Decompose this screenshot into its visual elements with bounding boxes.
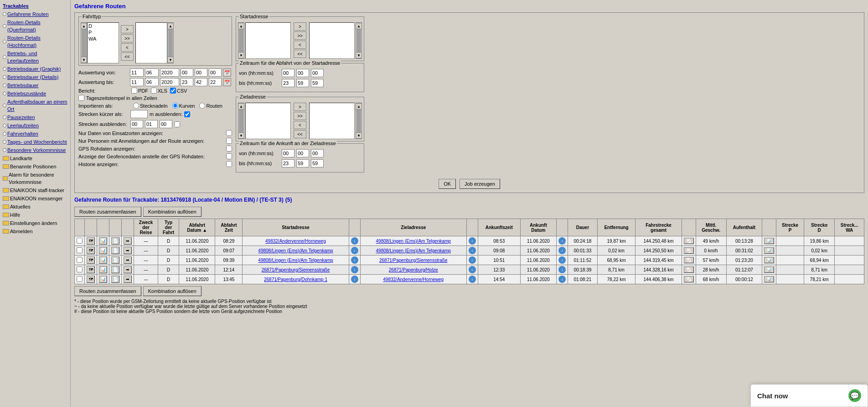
nav-icon-cell[interactable]: ➡ [122, 246, 134, 256]
ziel-info-icon-btn[interactable]: i [469, 237, 476, 245]
start-info-icon[interactable]: i [349, 256, 360, 265]
nav-icon-btn[interactable]: ➡ [124, 256, 132, 264]
zieladresse-right-list[interactable] [309, 103, 355, 139]
transfer-left-btn[interactable]: < [121, 43, 134, 52]
strecke-p-icon-btn[interactable]: 📊 [764, 247, 774, 254]
sidebar-item-hilfe[interactable]: Hilfe [1, 211, 69, 219]
sidebar-item-tages-wochenbericht[interactable]: Tages- und Wochenbericht [1, 138, 69, 146]
fahrttyp-right-list[interactable] [135, 22, 167, 63]
fahrttyp-left-list[interactable]: D P WA [87, 22, 119, 63]
fahrstrecke-icon-cell[interactable]: 📈 [682, 265, 696, 275]
fahrttyp-item-wa[interactable]: WA [88, 36, 119, 42]
abfahrt-von-m[interactable] [296, 69, 309, 77]
abfahrt-von-s[interactable] [311, 69, 324, 77]
map-icon-cell[interactable]: 🗺 [85, 265, 97, 275]
strecke-p-icon-btn[interactable]: 📊 [764, 276, 774, 282]
sidebar-item-landkarte[interactable]: Landkarte [1, 154, 69, 162]
strecke-p-icon-btn[interactable]: 📊 [764, 238, 774, 244]
ziel-info-icon[interactable]: i [466, 246, 478, 256]
chart-icon-cell[interactable]: 📊 [97, 246, 109, 256]
auswertung-von-h[interactable] [181, 68, 193, 77]
start-scroll-up2[interactable]: ▲ [356, 23, 362, 29]
nur-einsatzorte-cb[interactable] [226, 130, 232, 136]
start-scroll-right[interactable]: ▲ ▼ [356, 22, 362, 59]
nur-personen-cb[interactable] [226, 138, 232, 144]
ziel-transfer-right[interactable]: > [294, 103, 306, 111]
routen-zusammenfassen-btn[interactable]: Routen zusammenfassen [74, 207, 141, 217]
ziel-info-icon-btn[interactable]: i [469, 266, 476, 273]
ankunft-info-icon[interactable]: i [557, 256, 568, 265]
fahrstrecke-icon-cell[interactable]: 📈 [682, 256, 696, 265]
start-info-icon-btn[interactable]: i [351, 256, 358, 264]
row-checkbox[interactable] [77, 266, 83, 272]
ankunft-info-icon[interactable]: i [557, 236, 568, 246]
ziel-transfer-left[interactable]: < [294, 121, 306, 129]
historie-cb[interactable] [226, 161, 232, 167]
chart-icon-cell[interactable]: 📊 [97, 236, 109, 246]
sidebar-item-leerlaufzeiten[interactable]: Leerlaufzeiten [1, 121, 69, 130]
start-transfer-all-right[interactable]: >> [294, 31, 306, 40]
ankunft-von-s[interactable] [311, 149, 324, 157]
ziel-scroll-left[interactable]: ▲ ▼ [238, 103, 244, 139]
sidebar-item-einstellungen[interactable]: Einstellungen ändern [1, 219, 69, 227]
sidebar-item-aufenthaltsdauer[interactable]: Aufenthaltsdauer an einem Ort [1, 98, 69, 113]
chart-icon-cell[interactable]: 📊 [97, 275, 109, 284]
chart-icon-btn[interactable]: 📊 [99, 247, 107, 254]
map-icon-btn[interactable]: 🗺 [87, 266, 95, 273]
map-icon-btn[interactable]: 🗺 [87, 256, 95, 264]
strecken-ausblenden-cb[interactable] [174, 121, 180, 127]
start-scroll-down[interactable]: ▼ [238, 52, 244, 58]
ziel-scroll-up2[interactable]: ▲ [356, 103, 362, 110]
auswertung-bis-year[interactable] [160, 78, 179, 86]
strecke-p-icon-cell[interactable]: 📊 [762, 246, 776, 256]
fahrstrecke-icon-btn[interactable]: 📈 [684, 276, 694, 282]
sidebar-item-routen-details-hoch[interactable]: Routen-Details (Hochformat) [1, 34, 69, 49]
doc-icon-cell[interactable]: 📄 [109, 246, 122, 256]
auswertung-bis-day[interactable] [130, 78, 144, 86]
fahrstrecke-icon-cell[interactable]: 📈 [682, 236, 696, 246]
ziel-scroll-right[interactable]: ▲ ▼ [356, 103, 362, 139]
start-info-icon-btn[interactable]: i [351, 276, 358, 283]
fahrstrecke-icon-btn[interactable]: 📈 [684, 238, 694, 244]
ziel-scroll-down[interactable]: ▼ [238, 132, 244, 139]
sidebar-item-trackables[interactable]: Trackables [1, 2, 69, 10]
abfahrt-bis-s[interactable] [311, 79, 324, 87]
row-checkbox[interactable] [77, 247, 83, 253]
zieladresse-cell[interactable]: 49832/Andervenne/Horneweg [360, 275, 466, 284]
ankunft-bis-s[interactable] [311, 159, 324, 167]
row-checkbox-cell[interactable] [75, 265, 85, 275]
scroll-up-arrow2[interactable]: ▲ [167, 23, 174, 29]
start-info-icon-btn[interactable]: i [351, 247, 358, 254]
ankunft-info-icon-btn[interactable]: i [558, 256, 566, 264]
ziel-scroll-down2[interactable]: ▼ [356, 132, 362, 139]
import-stecknadeln-radio[interactable] [133, 103, 139, 109]
ziel-transfer-all-left[interactable]: << [294, 130, 306, 138]
row-checkbox[interactable] [77, 276, 83, 282]
sidebar-item-abmelden[interactable]: Abmelden [1, 227, 69, 235]
start-info-icon[interactable]: i [349, 236, 360, 246]
nav-icon-btn[interactable]: ➡ [124, 247, 132, 254]
kombination-btn[interactable]: Kombination auflösen [143, 207, 202, 217]
ankunft-info-icon[interactable]: i [557, 275, 568, 284]
bericht-csv-cb[interactable] [170, 88, 176, 94]
startadresse-cell[interactable]: 26871/Papenburg/Dohnkamp 1 [243, 275, 349, 284]
sidebar-item-betriebsdauer-grafik[interactable]: Betriebsdauer (Graphik) [1, 65, 69, 73]
auswertung-bis-month[interactable] [145, 78, 159, 86]
strecken-kurzer-cb[interactable] [184, 111, 190, 117]
chart-icon-cell[interactable]: 📊 [97, 256, 109, 265]
transfer-all-left-btn[interactable]: << [121, 52, 134, 61]
ziel-scroll-up[interactable]: ▲ [238, 103, 244, 110]
sidebar-item-aktuelles[interactable]: Aktuelles [1, 203, 69, 211]
start-scroll-left[interactable]: ▲ ▼ [238, 22, 244, 59]
ankunft-info-icon-btn[interactable]: i [558, 237, 566, 245]
gps-rohdaten-cb[interactable] [226, 146, 232, 151]
nav-icon-cell[interactable]: ➡ [122, 236, 134, 246]
abfahrt-bis-h[interactable] [282, 79, 294, 87]
chat-widget[interactable]: Chat now 💬 [750, 384, 868, 407]
sidebar-item-alarm[interactable]: Alarm für besondere Vorkommnisse [1, 171, 69, 186]
strecke-p-icon-cell[interactable]: 📊 [762, 236, 776, 246]
nav-icon-btn[interactable]: ➡ [124, 237, 132, 245]
start-info-icon-btn[interactable]: i [351, 237, 358, 245]
nav-icon-btn[interactable]: ➡ [124, 276, 132, 283]
ankunft-bis-m[interactable] [296, 159, 309, 167]
